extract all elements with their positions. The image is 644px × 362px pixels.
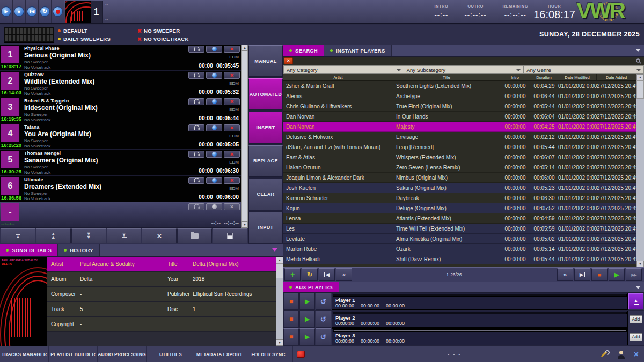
column-header[interactable]: Duration: [530, 74, 558, 80]
search-tab[interactable]: SEARCH: [283, 45, 324, 56]
record-indicator-cell[interactable]: [293, 346, 309, 362]
aux-stop-button[interactable]: ■: [283, 293, 299, 310]
preview-button[interactable]: [188, 151, 204, 158]
toolbar-button[interactable]: METADATA EXPORT: [195, 346, 244, 362]
column-header[interactable]: Artist: [283, 74, 393, 80]
wrench-icon[interactable]: [600, 350, 608, 358]
track-info-button[interactable]: [206, 151, 222, 158]
scroll-down-icon[interactable]: ▼: [636, 261, 644, 267]
column-header[interactable]: Intro: [500, 74, 530, 80]
search-tab[interactable]: INSTANT PLAYERS: [324, 45, 392, 56]
filter-dropdown[interactable]: Any Genre: [524, 65, 644, 74]
scroll-down-icon[interactable]: ▼: [241, 221, 248, 228]
toolbar-button[interactable]: AUDIO PROCESSING: [98, 346, 147, 362]
aux-stop-button[interactable]: ■: [283, 311, 299, 328]
playlist-track-row[interactable]: 6 16:36:56 Ultimate Dreamers (Extended M…: [0, 176, 241, 202]
preview-button[interactable]: [188, 124, 204, 131]
table-row[interactable]: Alemis Archetype 00:00:00 00:06:44 01/01…: [283, 91, 636, 101]
eject-button[interactable]: ▲: [628, 293, 643, 309]
save-playlist-button[interactable]: [213, 228, 247, 243]
table-row[interactable]: Marlon Rube Ozark 00:00:00 00:05:14 01/0…: [283, 244, 636, 254]
scroll-down-icon[interactable]: ▼: [276, 339, 283, 346]
column-header[interactable]: Date Modified: [558, 74, 597, 80]
details-tab[interactable]: SONG DETAILS: [0, 244, 58, 256]
remove-track-button[interactable]: ×: [224, 177, 240, 184]
load-playlist-button[interactable]: [177, 228, 212, 243]
track-info-button[interactable]: [206, 177, 222, 184]
last-page-button[interactable]: ▶: [574, 268, 590, 281]
playlist-track-row[interactable]: 2 16:14:03 Quizzow Wildlife (Extended Mi…: [0, 71, 241, 97]
track-info-button[interactable]: [206, 72, 222, 79]
table-row[interactable]: Delusive & Hotworx Envisage 00:00:00 00:…: [283, 132, 636, 142]
aux-loop-button[interactable]: ↺: [316, 328, 331, 345]
track-info-button[interactable]: [206, 124, 222, 131]
playlist-scrollbar[interactable]: ▲ ▼: [241, 45, 248, 228]
toolbar-button[interactable]: PLAYLIST BUILDER: [49, 346, 98, 362]
shuffle-button[interactable]: ×: [142, 228, 177, 243]
filter-dropdown[interactable]: Any Subcategory: [404, 65, 524, 74]
aux-play-button[interactable]: ▶: [299, 311, 315, 328]
table-row[interactable]: East & Atlas Whispers (Extended Mix) 00:…: [283, 152, 636, 162]
prev-page-button[interactable]: «: [336, 268, 352, 281]
remove-track-button[interactable]: ×: [224, 72, 240, 79]
table-row[interactable]: Chris Giuliano & Liftwalkers True Find (…: [283, 101, 636, 112]
loop-button[interactable]: ↻: [39, 0, 52, 23]
add-to-playlist-button[interactable]: +: [284, 268, 301, 281]
stop-button[interactable]: ■: [13, 0, 26, 23]
filter-dropdown[interactable]: Any Category: [283, 65, 404, 74]
table-row[interactable]: Dan Norvan In Our Hands 00:00:00 00:06:0…: [283, 112, 636, 122]
aux-loop-button[interactable]: ↺: [316, 311, 331, 328]
mode-button[interactable]: MANUAL: [248, 45, 283, 77]
aux-play-button[interactable]: ▶: [299, 293, 315, 310]
table-row[interactable]: Josh Kaelen Sakura (Original Mix) 00:00:…: [283, 183, 636, 193]
record-button[interactable]: [52, 0, 64, 23]
collapse-panel-icon[interactable]: [635, 286, 641, 289]
add-track-button[interactable]: Add: [630, 315, 642, 323]
playlist-track-row[interactable]: 4 16:25:20 Tatana You Are (Original Mix)…: [0, 123, 241, 149]
table-row[interactable]: Levitate Alma Kinetika (Original Mix) 00…: [283, 234, 636, 244]
column-header[interactable]: Date Added: [597, 74, 636, 80]
preview-button[interactable]: [188, 72, 204, 79]
scrollbar-thumb[interactable]: [636, 80, 644, 99]
toolbar-button[interactable]: FOLDER SYNC: [244, 346, 293, 362]
table-row[interactable]: Lensa Atlantis (Extended Mix) 00:00:00 0…: [283, 213, 636, 224]
table-row[interactable]: Hakan Ozurun Zero Seven (Lensa Remix) 00…: [283, 162, 636, 173]
aux-player-display[interactable]: Player 1 00:00:0000:00:0000:00:00: [332, 293, 628, 310]
preview-button[interactable]: [188, 46, 204, 53]
scroll-up-icon[interactable]: ▲: [241, 45, 248, 51]
user-icon[interactable]: [617, 350, 625, 359]
table-row[interactable]: Dan Norvan Majesty 00:00:00 00:04:25 01/…: [283, 122, 636, 132]
remove-track-button[interactable]: ×: [224, 46, 240, 53]
move-down-button[interactable]: ▼▼: [71, 228, 106, 243]
mode-button[interactable]: AUTOMATED: [248, 78, 283, 110]
move-to-top-button[interactable]: ▲: [1, 228, 35, 243]
aux-players-tab[interactable]: AUX PLAYERS: [283, 282, 339, 292]
toolbar-button[interactable]: TRACKS MANAGER: [0, 346, 49, 362]
collapse-panel-icon[interactable]: [635, 49, 641, 52]
details-scrollbar[interactable]: ▲ ▼: [276, 257, 283, 346]
mode-button[interactable]: INPUT: [248, 212, 283, 243]
collapse-panel-icon[interactable]: [272, 248, 277, 252]
playlist-track-row[interactable]: 1 16:08:17 Physical Phase Serious (Origi…: [0, 45, 241, 70]
mode-button[interactable]: REPLACE: [248, 145, 283, 177]
track-info-button[interactable]: [206, 203, 222, 210]
scroll-up-icon[interactable]: ▲: [276, 257, 283, 263]
remove-track-button[interactable]: ×: [224, 98, 240, 105]
move-up-button[interactable]: ▲▲: [36, 228, 71, 243]
results-scrollbar[interactable]: ▲ ▼: [636, 74, 644, 267]
preview-button[interactable]: [188, 98, 204, 105]
table-row[interactable]: Mehdi Belkadi Shift (Davz Remix) 00:00:0…: [283, 254, 636, 264]
skip-button[interactable]: ▶▶: [626, 268, 642, 281]
table-row[interactable]: dStarr, Zan and Ezi (with Tomas Moran) L…: [283, 142, 636, 152]
scrollbar-thumb[interactable]: [241, 51, 248, 221]
playlist-track-row[interactable]: 5 16:30:25 Thomas Mengel Sanamera (Origi…: [0, 150, 241, 175]
add-track-button[interactable]: Add: [630, 333, 642, 341]
aux-loop-button[interactable]: ↺: [316, 293, 331, 310]
aux-play-button[interactable]: ▶: [299, 328, 315, 345]
playlist-empty-slot[interactable]: - --:--:-- × --:----:--:--: [0, 202, 241, 227]
next-page-button[interactable]: »: [557, 268, 573, 281]
mode-button[interactable]: INSERT: [248, 112, 283, 143]
aux-stop-button[interactable]: ■: [283, 328, 299, 345]
play-button[interactable]: ▶: [0, 0, 13, 23]
move-to-bottom-button[interactable]: ▼: [107, 228, 142, 243]
